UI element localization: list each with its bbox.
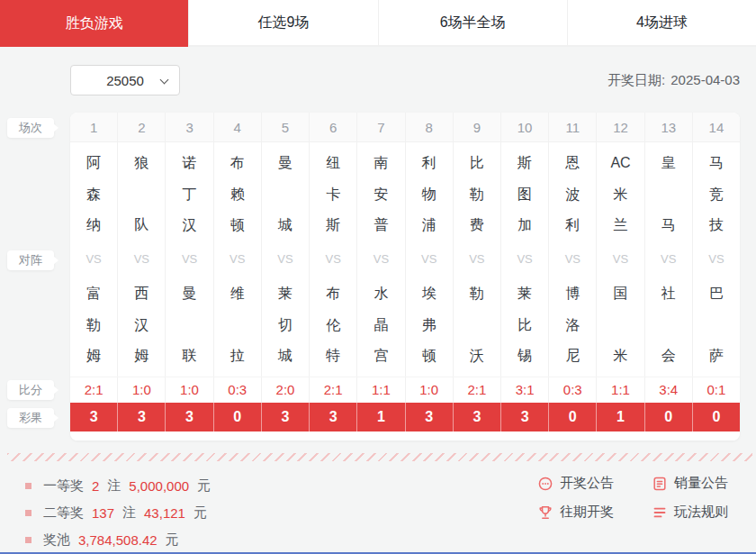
vs-label: VS [421,246,436,273]
prize-row: 奖池3,784,508.42元 [25,526,211,553]
home-team: AC米兰 [597,142,644,246]
match-cell: AC米兰VS国米 [597,142,644,377]
game-tab-0[interactable]: 胜负游戏 [0,0,189,47]
away-team: 水晶宫 [357,273,404,377]
match-cell: 马竞技VS巴萨 [693,142,740,377]
match-result: 0 [549,403,597,431]
past-draws-link[interactable]: 往期开奖 [537,504,614,521]
prize-label: 一等奖 [43,477,84,495]
round-number: 3 [166,113,213,141]
round-number: 2 [118,113,166,141]
away-team: 布伦特 [310,273,356,377]
match-score: 1:0 [118,377,166,403]
match-cell: 曼城VS莱切城 [262,142,310,377]
game-tab-3[interactable]: 4场进球 [568,0,756,47]
round-number: 6 [310,113,357,141]
game-tabs: 胜负游戏任选9场6场半全场4场进球 [0,0,756,47]
match-cell: 南安普VS水晶宫 [357,142,405,377]
row-label-round: 场次 [7,118,54,138]
match-result: 3 [166,403,213,431]
table-bottom-strip [70,431,740,440]
match-cell: 纽卡斯VS布伦特 [310,142,357,377]
match-score: 3:4 [645,377,693,403]
match-result: 0 [645,403,693,431]
prize-count: 137 [92,505,114,521]
prize-amount-unit: 元 [194,504,207,522]
match-score: 2:0 [262,377,310,403]
match-cell: 斯图加VS莱比锡 [501,142,549,377]
match-score: 0:1 [693,377,740,403]
trophy-icon [537,504,554,521]
row-label-matchup: 对阵 [7,250,54,270]
vs-label: VS [326,246,341,273]
match-result: 3 [501,403,549,431]
vs-label: VS [277,246,292,273]
match-score: 1:0 [406,377,454,403]
vs-label: VS [661,246,676,273]
away-team: 莱比锡 [501,273,548,377]
rules-link[interactable]: 玩法规则 [652,504,728,521]
prize-count-unit: 注 [107,477,121,495]
vs-label: VS [182,246,197,273]
issue-select[interactable]: 25050 [70,65,180,95]
home-team: 布赖顿 [214,142,261,246]
bullet-icon [25,510,32,516]
match-cell: 阿森纳VS富勒姆 [70,142,118,377]
away-team: 富勒姆 [70,273,117,377]
game-tab-1[interactable]: 任选9场 [189,0,378,47]
prize-amount-unit: 元 [166,531,179,549]
home-team: 阿森纳 [70,142,117,246]
round-number: 12 [597,113,644,141]
draw-announcement-link[interactable]: 开奖公告 [537,475,614,492]
lottery-results-page: 胜负游戏任选9场6场半全场4场进球 25050 开奖日期:2025-04-03 … [0,0,756,554]
round-number: 10 [501,113,549,141]
sales-announcement-link[interactable]: 销量公告 [652,475,728,492]
row-label-score: 比分 [7,380,54,400]
away-team: 国米 [597,273,644,377]
home-team: 斯图加 [501,142,548,246]
draw-date-value: 2025-04-03 [670,72,740,87]
home-team: 诺丁汉 [166,142,212,246]
round-number: 5 [262,113,310,141]
home-team: 利物浦 [406,142,453,246]
home-team: 恩波利 [549,142,596,246]
link-label: 销量公告 [674,475,728,492]
home-team: 比勒费 [454,142,500,246]
match-cell: 恩波利VS博洛尼 [549,142,597,377]
match-cell: 比勒费VS勒沃 [454,142,501,377]
prize-row: 一等奖2注5,000,000元 [25,472,211,499]
vs-label: VS [517,246,532,273]
prize-label: 二等奖 [43,504,84,522]
results-table: 1234567891011121314 阿森纳VS富勒姆狼队VS西汉姆诺丁汉VS… [70,113,740,440]
away-team: 博洛尼 [549,273,596,377]
home-team: 南安普 [357,142,404,246]
bullet-icon [25,483,32,489]
match-result: 0 [693,403,740,431]
match-result: 3 [70,403,118,431]
issue-select-value: 25050 [106,73,144,88]
bullet-icon [25,537,32,543]
match-cell: 狼队VS西汉姆 [118,142,166,377]
prize-amount: 5,000,000 [129,478,189,494]
match-score: 0:3 [214,377,262,403]
game-tab-2[interactable]: 6场半全场 [379,0,568,47]
document-icon [652,476,668,492]
draw-date-label: 开奖日期: [608,72,665,87]
round-number: 4 [214,113,262,141]
round-number: 9 [454,113,501,141]
away-team: 埃弗顿 [406,273,453,377]
vs-label: VS [230,246,245,273]
vs-label: VS [708,246,724,273]
vs-label: VS [613,246,628,273]
vs-label: VS [134,246,149,273]
home-team: 狼队 [118,142,165,246]
vs-label: VS [469,246,484,273]
match-score: 1:1 [597,377,644,403]
result-row: 33303313330100 [70,403,740,431]
draw-date: 开奖日期:2025-04-03 [608,72,740,89]
away-team: 巴萨 [693,273,740,377]
match-cell: 诺丁汉VS曼联 [166,142,213,377]
away-team: 勒沃 [454,273,500,377]
away-team: 莱切城 [262,273,309,377]
link-label: 玩法规则 [674,504,728,521]
